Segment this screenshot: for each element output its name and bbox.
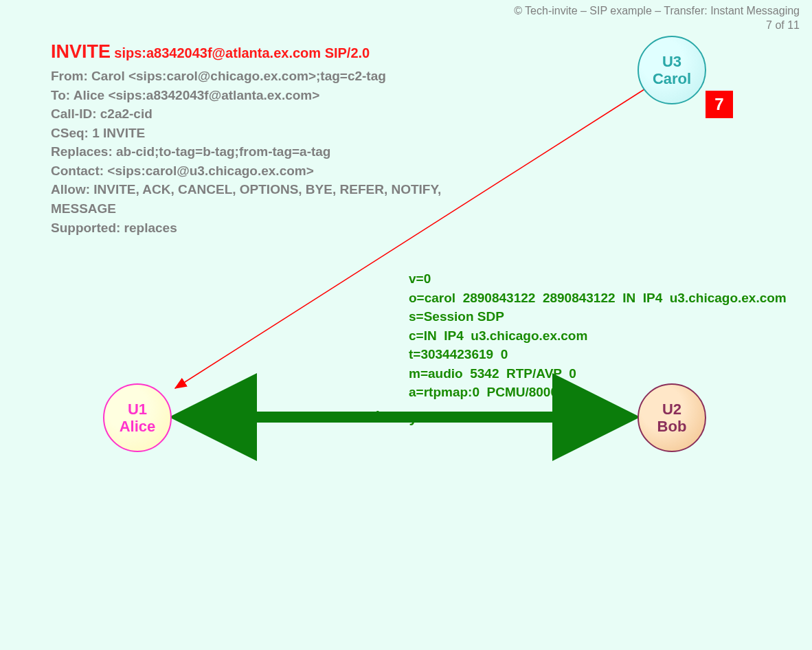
sip-header-line: MESSAGE (51, 199, 441, 218)
rtp-label: Both way RTP (350, 408, 452, 426)
sdp-line: m=audio 5342 RTP/AVP 0 (409, 366, 576, 381)
sip-header-line: Supported: replaces (51, 218, 441, 238)
node-name: Alice (120, 418, 156, 435)
step-badge: 7 (706, 91, 733, 118)
sip-header-line: Contact: <sips:carol@u3.chicago.ex.com> (51, 161, 441, 181)
node-u1-alice: U1 Alice (103, 383, 172, 452)
diagram-stage: © Tech-invite – SIP example – Transfer: … (0, 0, 812, 650)
step-number: 7 (714, 95, 723, 114)
sdp-block: v=0 o=carol 2890843122 2890843122 IN IP4… (409, 269, 787, 402)
node-id: U1 (128, 401, 147, 418)
sip-header-line: Call-ID: c2a2-cid (51, 104, 441, 124)
node-name: Bob (657, 418, 687, 435)
sdp-line: t=3034423619 0 (409, 347, 508, 361)
sip-header-line: CSeq: 1 INVITE (51, 124, 441, 143)
sdp-line: a=rtpmap:0 PCMU/8000 (409, 385, 558, 399)
sdp-line: s=Session SDP (409, 309, 504, 324)
sdp-line: v=0 (409, 271, 431, 286)
sip-header-line: Allow: INVITE, ACK, CANCEL, OPTIONS, BYE… (51, 180, 441, 199)
sip-message-block: INVITE sips:a8342043f@atlanta.ex.com SIP… (51, 38, 441, 237)
node-name: Carol (653, 70, 691, 87)
node-u3-carol: U3 Carol (638, 36, 706, 104)
attribution-block: © Tech-invite – SIP example – Transfer: … (514, 4, 800, 33)
sdp-line: c=IN IP4 u3.chicago.ex.com (409, 328, 587, 343)
attribution-text: © Tech-invite – SIP example – Transfer: … (514, 4, 800, 19)
node-id: U3 (662, 53, 681, 70)
sdp-line: o=carol 2890843122 2890843122 IN IP4 u3.… (409, 291, 787, 305)
sip-request-uri: sips:a8342043f@atlanta.ex.com SIP/2.0 (114, 45, 370, 60)
node-u2-bob: U2 Bob (638, 383, 706, 452)
sip-header-line: From: Carol <sips:carol@chicago.ex.com>;… (51, 67, 441, 86)
sip-method: INVITE (51, 41, 111, 62)
node-id: U2 (662, 401, 681, 418)
sip-header-line: Replaces: ab-cid;to-tag=b-tag;from-tag=a… (51, 142, 441, 161)
page-indicator: 7 of 11 (514, 19, 800, 33)
sip-header-line: To: Alice <sips:a8342043f@atlanta.ex.com… (51, 86, 441, 105)
sip-request-line: INVITE sips:a8342043f@atlanta.ex.com SIP… (51, 38, 441, 65)
